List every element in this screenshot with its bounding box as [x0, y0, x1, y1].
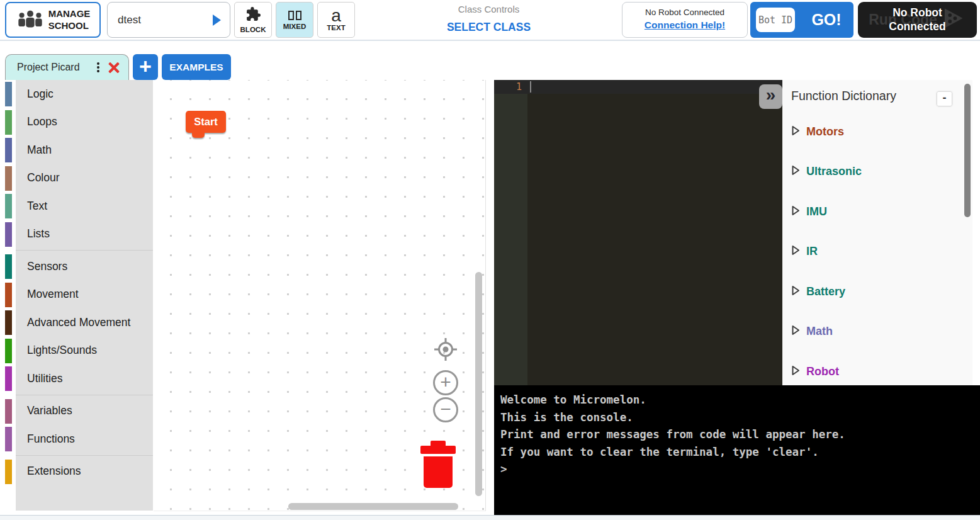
dictionary-scrollbar[interactable]	[964, 84, 971, 217]
mode-text-button[interactable]: a TEXT	[317, 2, 355, 38]
no-robot-connected-overlay: No Robot Connected	[858, 2, 977, 38]
mode-mixed-button[interactable]: MIXED	[276, 2, 313, 38]
expand-triangle-icon	[791, 165, 800, 178]
category-color-chip	[5, 194, 12, 218]
toolbox-category-loops[interactable]: Loops	[0, 108, 153, 137]
category-color-chip	[5, 82, 12, 106]
code-editor[interactable]: 1	[494, 80, 782, 385]
category-color-chip	[5, 222, 12, 247]
category-color-chip	[5, 460, 12, 484]
connection-help-link[interactable]: Connection Help!	[645, 20, 725, 31]
editor-line-number: 1	[494, 81, 522, 93]
expand-triangle-icon	[791, 205, 800, 218]
dictionary-item-battery[interactable]: Battery	[791, 283, 845, 300]
center-workspace-button[interactable]	[434, 338, 457, 363]
manage-school-button[interactable]: MANAGE SCHOOL	[5, 2, 101, 38]
manage-school-label-line1: MANAGE	[48, 8, 91, 20]
category-color-chip	[5, 427, 12, 451]
examples-button[interactable]: EXAMPLES	[162, 54, 231, 80]
toolbox-group-divider	[0, 393, 153, 397]
dictionary-item-robot[interactable]: Robot	[791, 363, 839, 380]
category-color-chip	[5, 166, 12, 191]
toolbox-group-divider	[0, 248, 153, 252]
people-icon	[16, 9, 45, 31]
class-dropdown-value: dtest	[118, 14, 213, 26]
project-tabs-row: Project Picard + EXAMPLES	[0, 41, 980, 80]
toolbox-category-lists[interactable]: Lists	[0, 220, 153, 249]
editor-cursor	[530, 81, 531, 93]
bot-id-input[interactable]	[756, 8, 795, 32]
category-color-chip	[5, 399, 12, 424]
console-terminal[interactable]: Welcome to Micromelon. This is the conso…	[494, 385, 980, 515]
toolbox-category-sensors[interactable]: Sensors	[0, 252, 153, 281]
bot-connect-group: GO!	[750, 2, 853, 38]
toolbox-category-extensions[interactable]: Extensions	[0, 458, 153, 486]
puzzle-icon	[245, 6, 261, 25]
block-workspace-canvas[interactable]: Start + −	[154, 80, 486, 511]
toolbox-category-text[interactable]: Text	[0, 192, 153, 220]
toolbox-category-functions[interactable]: Functions	[0, 425, 153, 453]
select-class-dropdown[interactable]: SELECT CLASS	[447, 21, 531, 34]
console-line: Print and error messages from code will …	[500, 426, 980, 444]
toolbox-category-lights-sounds[interactable]: Lights/Sounds	[0, 337, 153, 365]
crosshair-icon	[434, 352, 457, 363]
project-close-icon[interactable]	[108, 62, 120, 74]
split-panels-icon	[288, 10, 301, 21]
run-code-button[interactable]: Run Code No Robot Connected	[858, 2, 977, 38]
category-color-chip	[5, 138, 12, 162]
canvas-vertical-scrollbar[interactable]	[475, 272, 482, 496]
editor-gutter	[494, 80, 527, 385]
class-controls-section: Class Controls SELECT CLASS	[390, 4, 587, 34]
dictionary-item-ultrasonic[interactable]: Ultrasonic	[791, 163, 862, 179]
add-project-button[interactable]: +	[133, 54, 158, 80]
expand-triangle-icon	[791, 285, 800, 298]
toolbox-category-logic[interactable]: Logic	[0, 80, 153, 108]
zoom-out-button[interactable]: −	[433, 397, 458, 422]
top-bar: MANAGE SCHOOL dtest BLOCK MIXED a TEXT C…	[0, 0, 980, 41]
class-dropdown[interactable]: dtest	[107, 2, 230, 38]
function-dictionary-panel: Function Dictionary - Motors Ultrasonic …	[782, 80, 972, 385]
console-line: This is the console.	[500, 409, 980, 427]
dictionary-item-ir[interactable]: IR	[791, 243, 818, 259]
go-button[interactable]: GO!	[799, 2, 853, 38]
project-tab[interactable]: Project Picard	[5, 54, 129, 80]
letter-a-icon: a	[331, 9, 341, 23]
mode-block-button[interactable]: BLOCK	[234, 2, 272, 38]
class-controls-title: Class Controls	[390, 4, 587, 14]
toolbox-category-variables[interactable]: Variables	[0, 397, 153, 426]
console-prompt: >	[500, 461, 980, 478]
expand-triangle-icon	[791, 245, 800, 258]
trash-can-button[interactable]	[420, 441, 456, 491]
toolbox-category-math[interactable]: Math	[0, 136, 153, 164]
console-line: If you want to clear the terminal, type …	[500, 444, 980, 461]
mode-block-label: BLOCK	[240, 26, 266, 33]
toolbox-group-divider	[0, 453, 153, 458]
project-menu-kebab-icon[interactable]	[94, 60, 103, 74]
category-color-chip	[5, 254, 12, 279]
dropdown-play-icon	[213, 14, 221, 26]
start-block[interactable]: Start	[186, 111, 226, 133]
collapse-editor-button[interactable]: »	[759, 84, 782, 109]
dictionary-item-math[interactable]: Math	[791, 323, 833, 339]
editor-active-line	[494, 80, 782, 94]
dictionary-item-motors[interactable]: Motors	[791, 123, 844, 140]
category-color-chip	[5, 310, 12, 335]
mode-text-label: TEXT	[327, 24, 345, 31]
canvas-horizontal-scrollbar[interactable]	[288, 503, 458, 510]
category-color-chip	[5, 110, 12, 135]
function-dictionary-title: Function Dictionary	[791, 89, 896, 103]
trash-icon	[420, 480, 456, 490]
dictionary-item-imu[interactable]: IMU	[791, 203, 827, 220]
toolbox-category-colour[interactable]: Colour	[0, 164, 153, 193]
toolbox-category-advanced-movement[interactable]: Advanced Movement	[0, 308, 153, 337]
zoom-in-button[interactable]: +	[433, 370, 458, 395]
toolbox-category-utilities[interactable]: Utilities	[0, 365, 153, 393]
expand-triangle-icon	[791, 365, 800, 378]
mode-mixed-label: MIXED	[283, 23, 306, 30]
expand-triangle-icon	[791, 325, 800, 338]
minimize-dictionary-button[interactable]: -	[937, 92, 952, 106]
expand-triangle-icon	[791, 125, 800, 138]
connection-status-text: No Robot Connected	[622, 8, 747, 17]
console-line: Welcome to Micromelon.	[500, 392, 980, 409]
toolbox-category-movement[interactable]: Movement	[0, 281, 153, 309]
